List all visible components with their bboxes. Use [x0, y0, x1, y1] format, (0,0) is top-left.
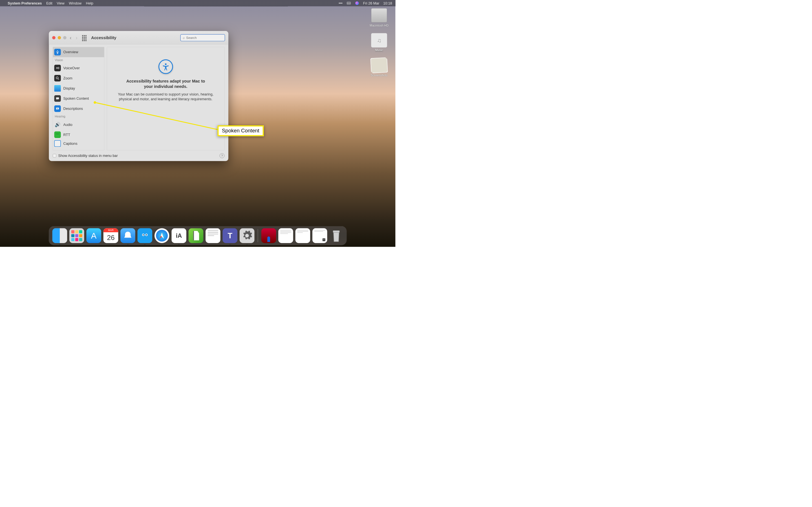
help-button[interactable]: ? — [220, 153, 225, 158]
menubar: System Preferences Edit View Window Help… — [0, 0, 396, 6]
sidebar-item-voiceover[interactable]: VoiceOver — [53, 63, 104, 73]
sidebar-item-zoom[interactable]: Zoom — [53, 73, 104, 83]
sidebar-item-spoken-content[interactable]: Spoken Content — [53, 94, 104, 104]
search-icon: ⌕ — [183, 36, 185, 40]
window-footer: Show Accessibility status in menu bar ? — [49, 151, 229, 161]
menu-edit[interactable]: Edit — [46, 1, 52, 5]
dock-item-doc3[interactable]: iA — [312, 228, 327, 243]
svg-text:D: D — [57, 108, 58, 109]
search-field[interactable]: ⌕ — [180, 34, 225, 41]
show-status-checkbox[interactable] — [53, 154, 56, 158]
svg-point-3 — [56, 67, 58, 69]
dock-app-iawriter[interactable]: iA — [171, 228, 186, 243]
dock-app-calibre[interactable] — [189, 228, 204, 243]
content-description: Your Mac can be customised to support yo… — [116, 92, 215, 101]
sidebar-item-display[interactable]: Display — [53, 83, 104, 94]
accessibility-icon — [54, 49, 61, 55]
sidebar-item-label: Spoken Content — [63, 96, 89, 101]
desktop-background: System Preferences Edit View Window Help… — [0, 0, 396, 247]
disk-icon — [371, 8, 387, 22]
dock[interactable]: A MAR26 iA T iA — [49, 226, 347, 245]
dock-item-sim[interactable] — [261, 228, 276, 243]
menubar-date[interactable]: Fri 26 Mar — [363, 1, 379, 5]
rtt-icon — [54, 131, 61, 138]
display-icon — [54, 85, 61, 92]
voiceover-icon — [54, 65, 61, 71]
svg-point-4 — [56, 77, 58, 79]
desktop-icon-label: Music — [375, 48, 383, 52]
menu-app-name[interactable]: System Preferences — [8, 1, 42, 5]
accessibility-content-pane: Accessibility features adapt your Mac to… — [107, 47, 224, 151]
menu-window[interactable]: Window — [69, 1, 82, 5]
sidebar-item-audio[interactable]: 🔊 Audio — [53, 119, 104, 129]
svg-rect-9 — [56, 134, 56, 134]
svg-rect-12 — [58, 134, 59, 134]
dock-app-textedit[interactable] — [206, 228, 220, 243]
window-title: Accessibility — [91, 35, 116, 40]
sidebar-category-hearing: Hearing — [53, 114, 104, 119]
sidebar-item-overview[interactable]: Overview — [53, 47, 104, 57]
sidebar-item-captions[interactable]: Captions — [53, 140, 104, 147]
control-center-icon[interactable] — [347, 1, 351, 5]
folder-icon — [371, 58, 388, 73]
sidebar-item-label: Display — [63, 86, 75, 91]
search-input[interactable] — [186, 36, 223, 40]
sidebar-item-label: VoiceOver — [63, 66, 80, 70]
captions-icon — [54, 140, 61, 147]
dock-app-systemprefs[interactable] — [240, 228, 255, 243]
window-close-button[interactable] — [52, 36, 56, 40]
accessibility-sidebar[interactable]: Overview Vision VoiceOver Zoom Display — [53, 47, 104, 151]
sidebar-category-vision: Vision — [53, 57, 104, 63]
back-button[interactable]: ‹ — [69, 35, 73, 40]
window-zoom-button[interactable] — [63, 36, 66, 40]
siri-icon[interactable] — [355, 1, 359, 5]
sidebar-item-descriptions[interactable]: D Descriptions — [53, 104, 104, 114]
sidebar-item-label: Overview — [63, 50, 79, 54]
svg-rect-5 — [56, 98, 59, 100]
sidebar-item-label: Audio — [63, 122, 72, 127]
system-preferences-window: ‹ › Accessibility ⌕ Overview Vision Voic… — [49, 31, 229, 161]
forward-button[interactable]: › — [75, 35, 79, 40]
svg-rect-11 — [57, 134, 58, 134]
window-titlebar[interactable]: ‹ › Accessibility ⌕ — [49, 31, 229, 45]
dock-trash[interactable] — [329, 228, 343, 243]
folder-icon: ♫ — [371, 33, 387, 48]
svg-point-18 — [146, 234, 147, 235]
sidebar-item-rtt[interactable]: RTT — [53, 129, 104, 140]
sidebar-item-label: Captions — [63, 142, 78, 146]
dock-app-tweetbot[interactable] — [137, 228, 152, 243]
menubar-time[interactable]: 10:18 — [383, 1, 392, 5]
content-headline: Accessibility features adapt your Mac to… — [122, 78, 210, 89]
desktop-icon-macintosh-hd[interactable]: Macintosh HD — [370, 8, 389, 27]
show-all-button[interactable] — [82, 35, 87, 40]
svg-rect-10 — [57, 134, 57, 134]
descriptions-icon: D — [54, 105, 61, 112]
annotation-anchor-dot — [94, 101, 96, 104]
menu-help[interactable]: Help — [86, 1, 93, 5]
spoken-content-icon — [54, 95, 61, 102]
sidebar-item-label: Zoom — [63, 76, 72, 80]
dock-app-calendar[interactable]: MAR26 — [103, 228, 118, 243]
annotation-label: Spoken Content — [222, 128, 259, 133]
svg-rect-19 — [333, 231, 340, 232]
sidebar-item-label: RTT — [63, 133, 70, 137]
menu-extra-dots-icon[interactable]: ••• — [338, 1, 343, 5]
show-status-label: Show Accessibility status in menu bar — [58, 154, 117, 158]
dock-app-mail[interactable] — [120, 228, 135, 243]
dock-app-safari[interactable] — [154, 228, 169, 243]
menu-view[interactable]: View — [57, 1, 64, 5]
dock-app-teams[interactable]: T — [222, 228, 238, 243]
dock-item-doc2[interactable] — [296, 228, 310, 243]
dock-item-doc1[interactable] — [278, 228, 293, 243]
dock-app-launchpad[interactable] — [69, 228, 84, 243]
dock-separator — [258, 229, 258, 242]
desktop-icon-music[interactable]: ♫ Music — [371, 33, 387, 52]
zoom-icon — [54, 75, 61, 81]
audio-icon: 🔊 — [54, 121, 61, 128]
window-minimize-button[interactable] — [58, 36, 61, 40]
dock-app-appstore[interactable]: A — [86, 228, 101, 243]
svg-point-17 — [143, 234, 144, 235]
dock-app-finder[interactable] — [52, 228, 67, 243]
desktop-icon-screenshots[interactable]: Screenshots — [371, 58, 388, 77]
desktop-icon-label: Screenshots — [371, 73, 388, 77]
